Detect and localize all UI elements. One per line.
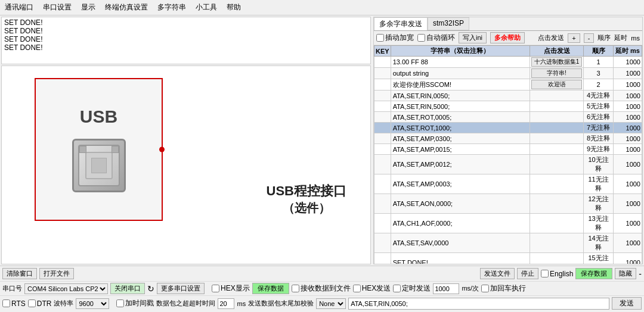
table-row[interactable]: 欢迎你使用SSCOM!欢迎语21000 — [374, 79, 642, 91]
send-btn[interactable]: 发送 — [612, 297, 642, 310]
send-cell[interactable] — [530, 233, 584, 253]
packet-select[interactable]: None — [316, 298, 346, 309]
table-row[interactable]: ATA,SET,RIN,5000;5无注释1000 — [374, 101, 642, 112]
table-row[interactable]: ATA,SET,AMP,0015;9无注释1000 — [374, 144, 642, 155]
table-row[interactable]: ATA,SET,AMP,0012;10无注释1000 — [374, 155, 642, 174]
send-cell[interactable] — [530, 133, 584, 144]
send-cell[interactable]: 字符串! — [530, 68, 584, 79]
loop-checkbox[interactable] — [417, 34, 425, 42]
string-cell[interactable]: ATA,SET,ROT,1000; — [391, 123, 530, 133]
string-cell[interactable]: ATA,SET,AMP,0012; — [391, 155, 530, 174]
save-data-btn[interactable]: 保存数据 — [575, 268, 612, 279]
more-settings-btn[interactable]: 更多串口设置 — [157, 283, 205, 294]
add-cr-checkbox[interactable] — [481, 285, 489, 292]
string-cell[interactable]: output string — [391, 68, 530, 79]
string-cell[interactable]: 欢迎你使用SSCOM! — [391, 79, 530, 91]
string-cell[interactable]: ATA,CH1,AOF,0000; — [391, 214, 530, 233]
recv-to-file-label[interactable]: 接收数据到文件 — [292, 283, 351, 294]
hide-btn[interactable]: 隐藏 — [615, 268, 636, 279]
hex-display-checkbox[interactable] — [212, 285, 219, 292]
send-cell[interactable] — [530, 101, 584, 112]
send-cell[interactable] — [530, 91, 584, 101]
timed-send-label[interactable]: 定时发送 — [393, 283, 431, 294]
hex-display-label[interactable]: HEX显示 — [212, 283, 250, 294]
menu-help[interactable]: 帮助 — [224, 1, 243, 14]
ini-btn[interactable]: 写入ini — [459, 32, 487, 43]
port-select[interactable]: COM4 Silicon Labs CP210x U... — [24, 283, 108, 294]
save-data-btn2[interactable]: 保存数据 — [252, 283, 289, 294]
table-row[interactable]: ATA,SET,ROT,1000;7无注释1000 — [374, 123, 642, 133]
english-checkbox[interactable] — [541, 270, 549, 277]
string-cell[interactable]: ATA,SET,AMP,0015; — [391, 144, 530, 155]
table-row[interactable]: ATA,SET,SAV,000014无注释1000 — [374, 233, 642, 253]
timed-value-input[interactable] — [433, 283, 459, 294]
baud-select[interactable]: 9600 — [76, 298, 109, 309]
send-cell[interactable]: 十六进制数据集1 — [530, 57, 584, 68]
send-cell[interactable]: 欢迎语 — [530, 79, 584, 91]
table-row[interactable]: ATA,SET,AMP,0300;8无注释1000 — [374, 133, 642, 144]
send-row-btn[interactable]: 字符串! — [531, 68, 582, 78]
table-row[interactable]: output string字符串!31000 — [374, 68, 642, 79]
send-cell[interactable] — [530, 194, 584, 214]
string-cell[interactable]: 13.00 FF 88 — [391, 57, 530, 68]
send-row-btn[interactable]: 欢迎语 — [531, 80, 582, 89]
rts-label[interactable]: RTS — [2, 299, 26, 308]
table-row[interactable]: ATA,CH1,AOF,0000;13无注释1000 — [374, 214, 642, 233]
menu-display[interactable]: 显示 — [79, 1, 98, 14]
minus-btn[interactable]: - — [584, 33, 595, 43]
close-serial-btn[interactable]: 关闭串口 — [110, 283, 145, 294]
interval-checkbox[interactable] — [116, 299, 124, 307]
add-cr-label[interactable]: 加回车执行 — [481, 283, 526, 294]
string-cell[interactable]: ATA,SET,AMP,0003; — [391, 174, 530, 194]
string-cell[interactable]: ATA,SET,RIN,5000; — [391, 101, 530, 112]
send-cell[interactable] — [530, 214, 584, 233]
tab-stm32isp[interactable]: stm32ISP — [428, 17, 469, 30]
send-cell[interactable] — [530, 112, 584, 123]
send-cell[interactable] — [530, 155, 584, 174]
table-row[interactable]: ATA,SET,AMP,0003;11无注释1000 — [374, 174, 642, 194]
string-cell[interactable]: ATA,SET,AMP,0300; — [391, 133, 530, 144]
menu-multistr[interactable]: 多字符串 — [155, 1, 188, 14]
send-file-btn[interactable]: 发送文件 — [480, 268, 515, 279]
rts-checkbox[interactable] — [2, 299, 10, 307]
table-row[interactable]: ATA,SET,RIN,0050;4无注释1000 — [374, 91, 642, 101]
send-cell[interactable] — [530, 123, 584, 133]
menu-com[interactable]: 通讯端口 — [2, 1, 36, 14]
clear-btn[interactable]: 清除窗口 — [2, 268, 37, 279]
send-row-btn[interactable]: 十六进制数据集1 — [531, 57, 582, 67]
timed-checkbox[interactable] — [393, 285, 401, 292]
hex-send-checkbox[interactable] — [353, 285, 361, 292]
string-cell[interactable]: ATA,SET,AON,0000; — [391, 194, 530, 214]
addon-label[interactable]: 插动加宽 — [376, 33, 414, 43]
dtr-label[interactable]: DTR — [28, 299, 52, 308]
send-cell[interactable] — [530, 144, 584, 155]
table-row[interactable]: ATA,SET,ROT,0005;6无注释1000 — [374, 112, 642, 123]
plus-btn[interactable]: + — [568, 33, 580, 43]
dtr-checkbox[interactable] — [28, 299, 36, 307]
send-cell[interactable] — [530, 174, 584, 194]
interval-label[interactable]: 加时间戳 — [116, 298, 154, 308]
english-label[interactable]: English — [541, 270, 573, 278]
menu-tools[interactable]: 小工具 — [193, 1, 219, 14]
open-btn[interactable]: 打开文件 — [39, 268, 74, 279]
table-row[interactable]: ATA,SET,AON,0000;12无注释1000 — [374, 194, 642, 214]
string-cell[interactable]: ATA,SET,ROT,0005; — [391, 112, 530, 123]
string-cell[interactable]: SET DONE! — [391, 253, 530, 264]
interval-value-input[interactable] — [218, 298, 234, 309]
recv-checkbox[interactable] — [292, 285, 299, 292]
addon-checkbox[interactable] — [376, 34, 384, 42]
hex-send-label[interactable]: HEX发送 — [353, 283, 391, 294]
loop-label[interactable]: 自动循环 — [417, 33, 455, 43]
send-cell[interactable] — [530, 253, 584, 264]
menubar[interactable]: 通讯端口 串口设置 显示 终端仿真设置 多字符串 小工具 帮助 — [0, 0, 644, 15]
serial-input[interactable] — [348, 298, 609, 310]
string-cell[interactable]: ATA,SET,RIN,0050; — [391, 91, 530, 101]
menu-serial[interactable]: 串口设置 — [41, 1, 74, 14]
help-btn[interactable]: 多余帮助 — [490, 32, 525, 43]
tab-multistring[interactable]: 多余字串发送 — [374, 17, 428, 30]
table-row[interactable]: 13.00 FF 88十六进制数据集111000 — [374, 57, 642, 68]
table-row[interactable]: SET DONE!15无注释1000 — [374, 253, 642, 264]
menu-terminal[interactable]: 终端仿真设置 — [103, 1, 150, 14]
string-cell[interactable]: ATA,SET,SAV,0000 — [391, 233, 530, 253]
stop-btn[interactable]: 停止 — [517, 268, 538, 279]
